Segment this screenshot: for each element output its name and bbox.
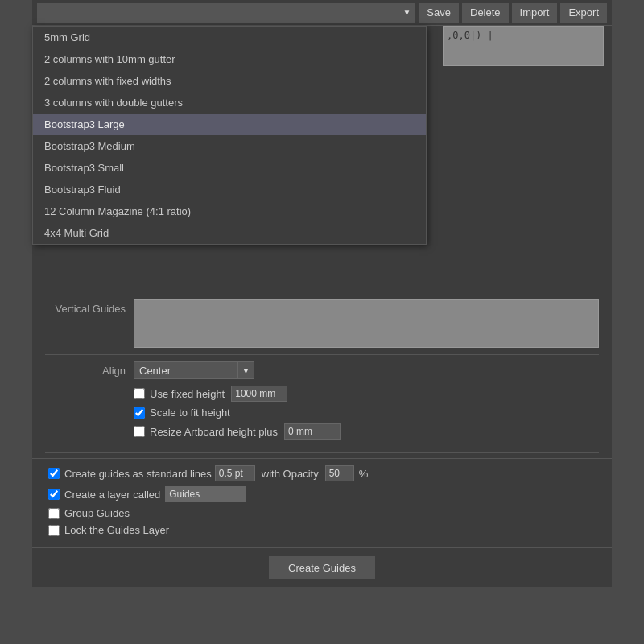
lock-guides-label: Lock the Guides Layer	[64, 524, 169, 536]
resize-artboard-input[interactable]	[284, 423, 341, 440]
dropdown-arrow-icon[interactable]: ▼	[398, 3, 415, 23]
use-fixed-height-row: Use fixed height	[134, 386, 599, 402]
opacity-input[interactable]	[325, 465, 354, 481]
preset-item-9[interactable]: 4x4 Multi Grid	[33, 222, 426, 244]
preset-item-1[interactable]: 2 columns with 10mm gutter	[33, 48, 426, 70]
snippet-textarea[interactable]: ,0,0|) |	[443, 26, 604, 66]
divider-2	[45, 452, 599, 453]
use-fixed-height-input[interactable]	[231, 386, 287, 402]
import-button[interactable]: Import	[512, 3, 558, 23]
preset-item-2[interactable]: 2 columns with fixed widths	[33, 70, 426, 92]
scale-to-fit-height-row: Scale to fit height	[134, 407, 599, 419]
group-guides-checkbox[interactable]	[48, 508, 60, 519]
main-content: Vertical Guides Align Left Center Right …	[32, 291, 612, 452]
create-guides-button[interactable]: Create Guides	[269, 556, 375, 579]
delete-button[interactable]: Delete	[462, 3, 509, 23]
layer-name-input[interactable]	[165, 486, 246, 502]
align-row: Align Left Center Right ▼	[53, 361, 599, 379]
preset-item-7[interactable]: Bootstrap3 Fluid	[33, 179, 426, 200]
resize-artboard-checkbox[interactable]	[134, 426, 145, 437]
header-bar: Bootstrap3 Medium ▼ Save Delete Import E…	[32, 0, 612, 26]
vertical-guides-row: Vertical Guides	[45, 299, 599, 348]
create-layer-label: Create a layer called	[64, 489, 160, 501]
create-guides-label1: Create guides as standard lines	[64, 468, 212, 480]
pt-input[interactable]	[215, 465, 255, 481]
create-layer-row: Create a layer called	[45, 486, 599, 502]
align-select[interactable]: Left Center Right	[134, 361, 238, 379]
align-label: Align	[53, 365, 134, 377]
preset-item-4[interactable]: Bootstrap3 Large	[33, 114, 426, 135]
create-btn-wrap: Create Guides	[32, 547, 612, 587]
preset-item-0[interactable]: 5mm Grid	[33, 27, 426, 48]
vertical-guides-label: Vertical Guides	[45, 299, 134, 315]
preset-item-3[interactable]: 3 columns with double gutters	[33, 92, 426, 114]
export-button[interactable]: Export	[560, 3, 607, 23]
scale-to-fit-height-label: Scale to fit height	[150, 407, 230, 419]
lock-guides-row: Lock the Guides Layer	[45, 524, 599, 536]
pct-label: %	[359, 468, 369, 480]
group-guides-label: Group Guides	[64, 507, 130, 519]
preset-dropdown: 5mm Grid 2 columns with 10mm gutter 2 co…	[32, 26, 427, 245]
divider-1	[45, 354, 599, 355]
create-guides-row: Create guides as standard lines with Opa…	[45, 465, 599, 481]
align-select-arrow-icon[interactable]: ▼	[238, 361, 254, 379]
preset-item-8[interactable]: 12 Column Magazine (4:1 ratio)	[33, 200, 426, 222]
scale-to-fit-height-checkbox[interactable]	[134, 407, 145, 419]
preset-item-5[interactable]: Bootstrap3 Medium	[33, 135, 426, 157]
save-button[interactable]: Save	[419, 3, 459, 23]
create-guides-checkbox[interactable]	[48, 468, 60, 479]
vertical-guides-textarea[interactable]	[134, 299, 599, 348]
bottom-section: Create guides as standard lines with Opa…	[32, 458, 612, 547]
right-panel-snippet: ,0,0|) |	[443, 26, 604, 68]
with-opacity-label: with Opacity	[262, 468, 319, 480]
use-fixed-height-label: Use fixed height	[150, 388, 225, 400]
group-guides-row: Group Guides	[45, 507, 599, 519]
create-layer-checkbox[interactable]	[48, 489, 60, 500]
resize-artboard-label: Resize Artboard height plus	[150, 426, 278, 438]
resize-artboard-row: Resize Artboard height plus	[134, 423, 599, 440]
align-select-wrap: Left Center Right ▼	[134, 361, 254, 379]
preset-item-6[interactable]: Bootstrap3 Small	[33, 157, 426, 179]
use-fixed-height-checkbox[interactable]	[134, 388, 145, 399]
preset-input[interactable]: Bootstrap3 Medium	[37, 3, 398, 23]
lock-guides-checkbox[interactable]	[48, 525, 60, 536]
